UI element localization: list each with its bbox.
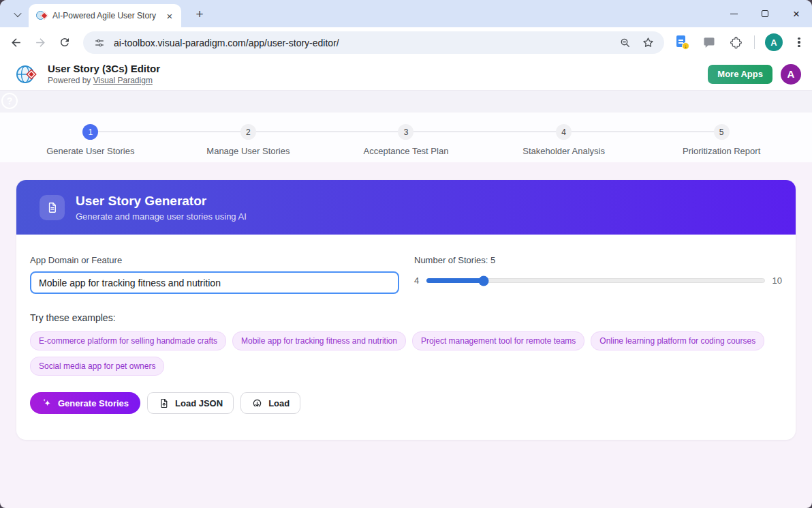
tab-title: AI-Powered Agile User Story 3C — [52, 11, 158, 20]
step-number: 4 — [556, 124, 572, 140]
forward-arrow-icon — [34, 36, 47, 49]
step-prioritization-report[interactable]: 5 Prioritization Report — [642, 113, 800, 162]
help-icon[interactable]: ? — [1, 93, 18, 109]
chevron-down-icon — [14, 10, 21, 17]
stories-count-label: Number of Stories: 5 — [414, 255, 782, 265]
stories-slider-row: 4 10 — [414, 275, 782, 286]
user-avatar[interactable]: A — [781, 64, 801, 85]
close-icon: × — [793, 8, 800, 20]
document-icon — [40, 195, 65, 220]
slider-min-label: 4 — [414, 275, 419, 286]
app-title: User Story (3Cs) Editor — [48, 63, 160, 76]
action-buttons: Generate Stories Load JSON Load — [30, 392, 782, 414]
browser-titlebar: AI-Powered Agile User Story 3C × + × — [0, 0, 812, 27]
domain-input[interactable] — [30, 271, 399, 294]
wizard-stepper: 1 Generate User Stories 2 Manage User St… — [0, 113, 812, 162]
extensions-puzzle-icon[interactable] — [728, 34, 744, 50]
docs-offline-icon[interactable]: ↓ — [674, 34, 691, 50]
load-json-label: Load JSON — [175, 398, 223, 408]
example-chip[interactable]: Project management tool for remote teams — [412, 331, 584, 350]
file-upload-icon — [158, 398, 170, 409]
tab-close-icon[interactable]: × — [163, 10, 176, 22]
more-apps-button[interactable]: More Apps — [708, 65, 772, 84]
url-text[interactable]: ai-toolbox.visual-paradigm.com/app/user-… — [114, 38, 611, 48]
browser-menu-icon[interactable] — [793, 38, 805, 48]
step-generate-user-stories[interactable]: 1 Generate User Stories — [12, 113, 170, 162]
generator-banner: User Story Generator Generate and manage… — [16, 180, 796, 235]
reload-icon — [59, 36, 71, 48]
examples-label: Try these examples: — [30, 312, 782, 323]
banner-text: User Story Generator Generate and manage… — [76, 194, 247, 222]
step-number: 3 — [398, 124, 413, 140]
user-story-generator-card: User Story Generator Generate and manage… — [16, 180, 796, 440]
reload-button[interactable] — [55, 33, 74, 52]
load-button[interactable]: Load — [240, 392, 300, 414]
help-band: ? — [0, 91, 812, 113]
browser-toolbar: ai-toolbox.visual-paradigm.com/app/user-… — [0, 27, 812, 58]
browser-tab[interactable]: AI-Powered Agile User Story 3C × — [29, 4, 181, 27]
back-button[interactable] — [6, 33, 25, 52]
window-controls: × — [718, 0, 812, 27]
minimize-icon — [730, 14, 738, 14]
visual-paradigm-favicon-icon — [36, 10, 47, 21]
toolbar-right-icons: ↓ A — [674, 33, 805, 52]
step-stakeholder-analysis[interactable]: 4 Stakeholder Analysis — [485, 113, 643, 162]
step-manage-user-stories[interactable]: 2 Manage User Stories — [170, 113, 328, 162]
step-label: Manage User Stories — [206, 146, 290, 156]
site-settings-icon[interactable] — [91, 35, 108, 51]
app-header-titles: User Story (3Cs) Editor Powered by Visua… — [48, 63, 160, 85]
step-acceptance-test-plan[interactable]: 3 Acceptance Test Plan — [327, 113, 485, 162]
tab-search-button[interactable] — [8, 7, 27, 22]
stories-slider-fill — [426, 278, 482, 283]
slider-max-label: 10 — [772, 275, 782, 286]
stories-slider-thumb[interactable] — [478, 275, 488, 286]
example-chip[interactable]: Social media app for pet owners — [30, 357, 164, 376]
powered-by: Powered by Visual Paradigm — [48, 76, 160, 85]
step-label: Stakeholder Analysis — [522, 146, 605, 156]
browser-window: AI-Powered Agile User Story 3C × + × ai-… — [0, 0, 812, 508]
maximize-button[interactable] — [749, 0, 781, 27]
step-number: 1 — [82, 124, 98, 140]
domain-field-label: App Domain or Feature — [30, 255, 399, 265]
visual-paradigm-logo — [15, 62, 40, 87]
example-chip[interactable]: E-commerce platform for selling handmade… — [30, 331, 226, 350]
stories-slider[interactable] — [426, 278, 764, 283]
generator-form: App Domain or Feature Number of Stories:… — [16, 235, 796, 414]
maximize-icon — [762, 10, 768, 17]
zoom-out-icon[interactable] — [617, 35, 634, 51]
address-bar[interactable]: ai-toolbox.visual-paradigm.com/app/user-… — [83, 31, 664, 54]
sparkles-icon — [42, 398, 52, 408]
feedback-comment-icon[interactable] — [701, 34, 717, 50]
example-chips: E-commerce platform for selling handmade… — [30, 331, 782, 376]
step-label: Acceptance Test Plan — [364, 146, 449, 156]
banner-title: User Story Generator — [76, 194, 247, 209]
back-arrow-icon — [10, 36, 22, 49]
download-circle-icon — [251, 398, 263, 409]
visual-paradigm-link[interactable]: Visual Paradigm — [93, 76, 153, 85]
example-chip[interactable]: Online learning platform for coding cour… — [591, 331, 764, 350]
close-button[interactable]: × — [781, 0, 812, 27]
toolbar-divider — [754, 35, 755, 49]
banner-subtitle: Generate and manage user stories using A… — [76, 211, 247, 222]
app-header: User Story (3Cs) Editor Powered by Visua… — [0, 58, 812, 91]
example-chip[interactable]: Mobile app for tracking fitness and nutr… — [232, 331, 406, 350]
browser-profile-avatar[interactable]: A — [765, 33, 783, 51]
load-json-button[interactable]: Load JSON — [147, 392, 234, 414]
new-tab-button[interactable]: + — [191, 5, 208, 23]
generate-stories-label: Generate Stories — [58, 398, 129, 408]
step-label: Prioritization Report — [683, 146, 760, 156]
step-number: 5 — [714, 124, 730, 140]
minimize-button[interactable] — [718, 0, 749, 27]
step-label: Generate User Stories — [46, 146, 134, 156]
step-number: 2 — [240, 124, 256, 140]
generate-stories-button[interactable]: Generate Stories — [30, 392, 140, 414]
bookmark-star-icon[interactable] — [640, 35, 656, 51]
load-label: Load — [268, 398, 290, 408]
forward-button[interactable] — [31, 33, 50, 52]
